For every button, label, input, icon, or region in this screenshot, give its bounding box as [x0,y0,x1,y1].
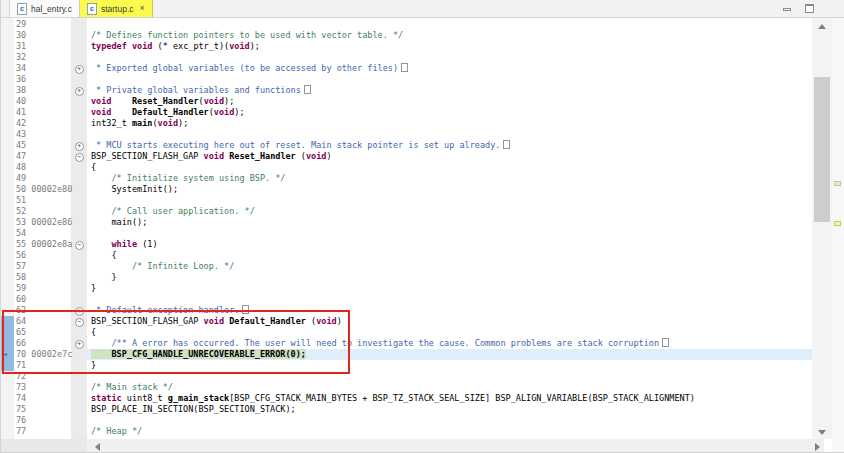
code-text[interactable]: BSP_SECTION_FLASH_GAP void Default_Handl… [87,316,812,327]
code-text[interactable]: * Default exception handler. [87,305,812,316]
annotation-cell[interactable] [1,272,14,283]
fold-expanded-icon[interactable]: − [75,153,84,162]
code-text[interactable]: * Exported global variables (to be acces… [87,63,812,74]
annotation-cell[interactable] [1,283,14,294]
code-text[interactable] [87,371,812,382]
code-text[interactable]: /* Initialize system using BSP. */ [87,173,812,184]
code-text[interactable] [87,415,812,426]
code-text[interactable]: static uint8_t g_main_stack[BSP_CFG_STAC… [87,393,812,404]
annotation-cell[interactable] [1,294,14,305]
annotation-cell[interactable] [1,261,14,272]
range-indicator-bar[interactable]: → [1,349,14,360]
code-text[interactable]: /* Heap */ [87,426,812,437]
scroll-down-icon[interactable] [818,430,826,435]
code-text[interactable] [87,294,812,305]
code-text[interactable]: { [87,250,812,261]
code-text[interactable] [87,19,812,30]
fold-collapsed-icon[interactable]: + [75,142,84,151]
annotation-cell[interactable] [1,250,14,261]
scroll-right-icon[interactable] [815,443,820,451]
code-text[interactable]: void Default_Handler(void); [87,107,812,118]
code-text[interactable] [87,195,812,206]
code-text[interactable]: int32_t main(void); [87,118,812,129]
overview-ruler[interactable] [832,18,844,452]
annotation-cell[interactable] [1,305,14,316]
annotation-cell[interactable] [1,393,14,404]
annotation-cell[interactable] [1,19,14,30]
annotation-cell[interactable] [1,151,14,162]
code-text[interactable] [87,129,812,140]
range-indicator-bar[interactable] [1,316,14,327]
annotation-cell[interactable] [1,184,14,195]
minimize-view-button[interactable] [783,8,791,11]
code-text[interactable]: main(); [87,217,812,228]
code-text[interactable]: } [87,272,812,283]
code-text[interactable]: typedef void (* exc_ptr_t)(void); [87,41,812,52]
code-text[interactable]: SystemInit(); [87,184,812,195]
range-indicator-bar[interactable] [1,360,14,371]
code-text[interactable]: /* Defines function pointers to be used … [87,30,812,41]
fold-expanded-icon[interactable]: − [75,318,84,327]
annotation-cell[interactable] [1,41,14,52]
annotation-cell[interactable] [1,404,14,415]
annotation-cell[interactable] [1,426,14,437]
tab-startup-c[interactable]: c startup.c × [80,0,153,17]
vertical-scrollbar[interactable] [812,18,832,439]
annotation-cell[interactable] [1,173,14,184]
fold-collapsed-icon[interactable]: + [75,307,84,316]
code-text[interactable]: /* Main stack */ [87,382,812,393]
annotation-cell[interactable] [1,371,14,382]
code-text[interactable]: while (1) [87,239,812,250]
fold-collapsed-icon[interactable]: + [75,340,84,349]
code-text[interactable]: BSP_SECTION_FLASH_GAP void Reset_Handler… [87,151,812,162]
fold-collapsed-icon[interactable]: + [75,65,84,74]
code-text[interactable]: /** A error has occurred. The user will … [87,338,812,349]
annotation-cell[interactable] [1,140,14,151]
annotation-cell[interactable] [1,118,14,129]
annotation-cell[interactable] [1,195,14,206]
code-text[interactable]: BSP_CFG_HANDLE_UNRECOVERABLE_ERROR(0); [87,349,812,360]
annotation-cell[interactable] [1,415,14,426]
fold-expanded-icon[interactable]: − [75,241,84,250]
code-text[interactable]: * MCU starts executing here out of reset… [87,140,812,151]
scroll-up-icon[interactable] [818,24,826,29]
horizontal-scrollbar-track[interactable] [87,439,824,452]
code-text[interactable] [87,74,812,85]
code-text[interactable]: } [87,283,812,294]
code-text[interactable]: /* Call user application. */ [87,206,812,217]
code-text[interactable]: BSP_PLACE_IN_SECTION(BSP_SECTION_STACK); [87,404,812,415]
annotation-cell[interactable] [1,162,14,173]
annotation-cell[interactable] [1,74,14,85]
range-indicator-bar[interactable] [1,338,14,349]
annotation-cell[interactable] [1,217,14,228]
annotation-cell[interactable] [1,107,14,118]
annotation-cell[interactable] [1,382,14,393]
code-text[interactable]: { [87,162,812,173]
annotation-cell[interactable] [1,239,14,250]
scroll-left-icon[interactable] [95,443,100,451]
annotation-cell[interactable] [1,228,14,239]
horizontal-scrollbar[interactable] [1,439,824,452]
annotation-cell[interactable] [1,206,14,217]
vertical-scrollbar-thumb[interactable] [814,77,830,222]
code-text[interactable]: { [87,327,812,338]
close-tab-icon[interactable]: × [140,4,145,13]
fold-collapsed-icon[interactable]: + [75,87,84,96]
overview-marker-green[interactable] [834,181,841,186]
annotation-cell[interactable] [1,129,14,140]
overview-marker-yellow[interactable] [834,221,841,226]
annotation-cell[interactable] [1,52,14,63]
annotation-cell[interactable] [1,85,14,96]
code-text[interactable] [87,52,812,63]
tab-hal-entry-c[interactable]: c hal_entry.c [9,0,80,17]
annotation-cell[interactable] [1,30,14,41]
code-text[interactable]: } [87,360,812,371]
code-text[interactable]: * Private global variables and functions [87,85,812,96]
code-text[interactable]: /* Infinite Loop. */ [87,261,812,272]
code-text[interactable] [87,228,812,239]
range-indicator-bar[interactable] [1,327,14,338]
annotation-cell[interactable] [1,63,14,74]
code-text[interactable]: void Reset_Handler(void); [87,96,812,107]
annotation-cell[interactable] [1,96,14,107]
maximize-view-button[interactable] [805,4,814,13]
